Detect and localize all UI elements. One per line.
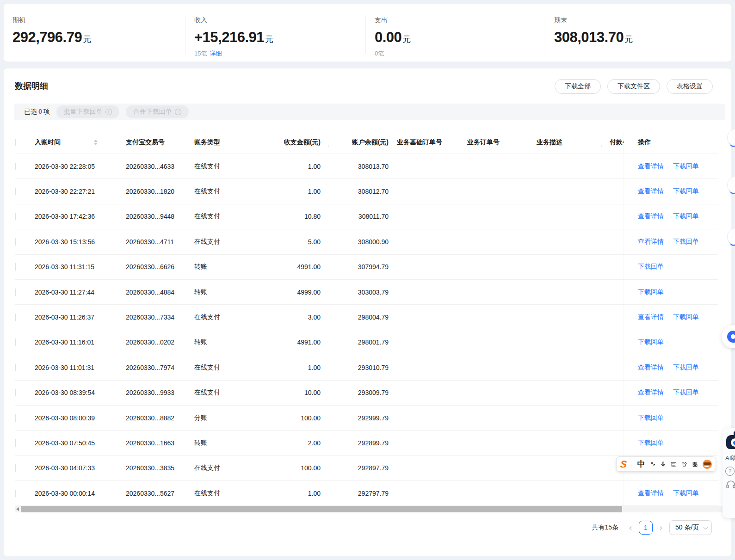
view-detail-link[interactable]: 查看详情 bbox=[638, 162, 664, 171]
horizontal-scrollbar[interactable] bbox=[15, 506, 731, 512]
cell-actions: 查看详情下载回单 bbox=[624, 355, 718, 380]
row-checkbox[interactable] bbox=[15, 289, 16, 296]
row-checkbox[interactable] bbox=[15, 338, 16, 346]
row-checkbox[interactable] bbox=[15, 188, 16, 195]
row-checkbox[interactable] bbox=[15, 213, 16, 220]
select-all-checkbox[interactable] bbox=[15, 139, 16, 146]
scrollbar-thumb[interactable] bbox=[21, 506, 622, 512]
column-header-amount: 收支金额(元) bbox=[259, 138, 328, 147]
scroll-left-icon[interactable] bbox=[16, 507, 19, 511]
sort-desc-icon bbox=[94, 143, 98, 145]
row-select-cell bbox=[15, 414, 35, 422]
row-checkbox[interactable] bbox=[15, 263, 16, 271]
view-detail-link[interactable]: 查看详情 bbox=[638, 187, 664, 196]
batch-download-button[interactable]: 批量下载回单i bbox=[56, 105, 119, 118]
view-detail-link[interactable]: 查看详情 bbox=[638, 489, 664, 498]
cell-account-type: 在线支付 bbox=[194, 187, 259, 196]
cell-balance: 292897.79 bbox=[328, 464, 392, 472]
column-header-label: 账户余额(元) bbox=[352, 138, 389, 146]
stat-opening-label: 期初 bbox=[12, 16, 91, 25]
next-page-button[interactable]: › bbox=[659, 521, 663, 535]
cell-entry-time: 2026-03-30 08:00:39 bbox=[35, 414, 126, 422]
cell-account-type: 转账 bbox=[194, 263, 259, 271]
merge-download-button[interactable]: 合并下载回单i bbox=[126, 105, 189, 118]
page-number-button[interactable]: 1 bbox=[639, 521, 653, 535]
cell-actions: 查看详情下载回单 bbox=[624, 179, 718, 203]
download-receipt-link[interactable]: 下载回单 bbox=[673, 212, 699, 221]
cell-amount: 4999.00 bbox=[259, 289, 328, 296]
divider bbox=[185, 15, 185, 54]
ime-emoji-face-icon[interactable] bbox=[703, 460, 712, 469]
download-receipt-link[interactable]: 下载回单 bbox=[673, 187, 699, 196]
more-grid-icon[interactable] bbox=[692, 460, 698, 468]
download-receipt-link[interactable]: 下载回单 bbox=[638, 414, 664, 422]
row-checkbox[interactable] bbox=[15, 163, 16, 170]
ime-toolbar: S 中 bbox=[616, 456, 716, 472]
cell-amount: 1.00 bbox=[259, 364, 328, 371]
cell-transaction-id: 20260330...9448 bbox=[126, 213, 194, 220]
row-select-cell bbox=[15, 289, 35, 296]
download-receipt-link[interactable]: 下载回单 bbox=[673, 489, 699, 498]
row-checkbox[interactable] bbox=[15, 490, 16, 497]
row-checkbox[interactable] bbox=[15, 414, 16, 422]
row-checkbox[interactable] bbox=[15, 238, 16, 246]
headset-icon[interactable] bbox=[726, 480, 735, 489]
view-detail-link[interactable]: 查看详情 bbox=[638, 238, 664, 246]
microphone-icon[interactable] bbox=[661, 460, 666, 469]
cell-amount: 1.00 bbox=[259, 188, 328, 195]
row-checkbox[interactable] bbox=[15, 464, 16, 472]
column-header-label: 账务类型 bbox=[194, 138, 220, 146]
toolbar: 下载全部 下载文件区 表格设置 bbox=[555, 79, 713, 94]
row-checkbox[interactable] bbox=[15, 314, 16, 321]
row-select-cell bbox=[15, 364, 35, 371]
prev-page-button[interactable]: ‹ bbox=[629, 521, 632, 535]
download-receipt-link[interactable]: 下载回单 bbox=[638, 439, 664, 447]
row-checkbox[interactable] bbox=[15, 389, 16, 396]
cell-balance: 298004.79 bbox=[328, 314, 392, 321]
download-receipt-link[interactable]: 下载回单 bbox=[673, 363, 699, 372]
pagination: 共有15条 ‹ 1 › 50 条/页 bbox=[592, 520, 712, 535]
column-header-label: 收支金额(元) bbox=[284, 138, 321, 146]
table-settings-button[interactable]: 表格设置 bbox=[667, 79, 713, 94]
download-files-button[interactable]: 下载文件区 bbox=[607, 79, 660, 94]
stat-income-label: 收入 bbox=[194, 16, 273, 25]
download-receipt-link[interactable]: 下载回单 bbox=[673, 388, 699, 397]
cell-amount: 1.00 bbox=[259, 490, 328, 497]
stat-closing-label: 期末 bbox=[554, 16, 633, 25]
view-detail-link[interactable]: 查看详情 bbox=[638, 212, 664, 221]
cell-account-type: 在线支付 bbox=[194, 212, 259, 221]
download-receipt-link[interactable]: 下载回单 bbox=[638, 263, 664, 271]
robot-avatar-icon[interactable] bbox=[725, 431, 735, 450]
cell-amount: 10.80 bbox=[259, 213, 328, 220]
row-checkbox[interactable] bbox=[15, 439, 16, 447]
cell-balance: 293010.79 bbox=[328, 364, 392, 371]
view-detail-link[interactable]: 查看详情 bbox=[638, 313, 664, 321]
keyboard-icon[interactable] bbox=[671, 460, 676, 468]
column-header-label: 支付宝交易号 bbox=[126, 138, 165, 146]
row-checkbox[interactable] bbox=[15, 364, 16, 371]
download-receipt-link[interactable]: 下载回单 bbox=[673, 162, 699, 171]
download-receipt-link[interactable]: 下载回单 bbox=[638, 338, 664, 346]
sogou-logo-icon[interactable]: S bbox=[620, 459, 627, 469]
column-header-payer: 付款备注 bbox=[601, 138, 624, 147]
view-detail-link[interactable]: 查看详情 bbox=[638, 363, 664, 372]
info-icon: i bbox=[175, 109, 181, 115]
download-all-button[interactable]: 下载全部 bbox=[555, 79, 601, 94]
view-detail-link[interactable]: 查看详情 bbox=[638, 388, 664, 397]
sort-icon[interactable] bbox=[94, 140, 98, 145]
cell-account-type: 分账 bbox=[194, 414, 259, 422]
cell-transaction-id: 20260330...1663 bbox=[126, 439, 194, 447]
cell-balance: 292999.79 bbox=[328, 414, 392, 422]
income-detail-link[interactable]: 详细 bbox=[210, 50, 222, 57]
download-receipt-link[interactable]: 下载回单 bbox=[673, 238, 699, 246]
download-receipt-link[interactable]: 下载回单 bbox=[673, 313, 699, 321]
download-receipt-link[interactable]: 下载回单 bbox=[638, 288, 664, 296]
cell-balance: 308000.90 bbox=[328, 238, 392, 246]
page-size-select[interactable]: 50 条/页 bbox=[669, 520, 712, 535]
help-icon[interactable]: ? bbox=[725, 467, 735, 476]
skin-tshirt-icon[interactable] bbox=[681, 460, 687, 468]
cell-actions: 查看详情下载回单 bbox=[624, 204, 718, 229]
row-select-cell bbox=[15, 263, 35, 271]
punctuation-icon[interactable] bbox=[650, 460, 655, 469]
ime-language-toggle[interactable]: 中 bbox=[637, 459, 645, 469]
